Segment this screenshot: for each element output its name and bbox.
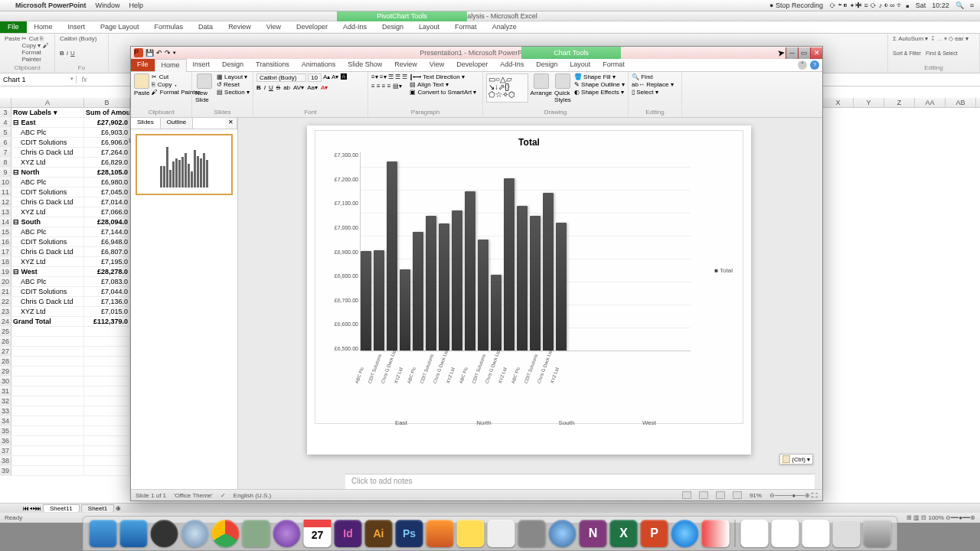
autosum-button[interactable]: Σ AutoSum ▾ (893, 35, 928, 42)
qat-redo-icon[interactable]: ↷ (165, 49, 171, 57)
chart-tools-tab[interactable]: Chart Tools (521, 47, 621, 59)
maximize-button[interactable]: ▭ (798, 47, 810, 59)
itunes-icon[interactable] (273, 520, 301, 547)
table-row[interactable]: 33 (0, 406, 130, 416)
pp-minimize-ribbon-icon[interactable]: ˅ (798, 60, 807, 70)
zoom-level[interactable]: 91% (750, 492, 762, 499)
chart-bar[interactable] (530, 216, 541, 350)
stickies-icon[interactable] (457, 520, 485, 547)
dashboard-icon[interactable] (151, 520, 178, 547)
name-box[interactable]: Chart 1 (0, 76, 77, 83)
onenote-icon[interactable]: N (580, 520, 607, 547)
shape-effects-button[interactable]: ◐ Shape Effects ▾ (574, 89, 625, 96)
table-row[interactable]: 31 (0, 386, 130, 396)
excel-tab-view[interactable]: View (259, 21, 289, 33)
qat-undo-icon[interactable]: ↶ (156, 49, 162, 57)
excel-cut-button[interactable]: ✂ Cut (21, 35, 38, 42)
pp-titlebar[interactable]: P 💾 ↶ ↷ ▾ Presentation1 - Microsoft Powe… (131, 47, 822, 59)
clear-button[interactable]: ◇ ear ▾ (949, 35, 969, 42)
chart-bar[interactable] (452, 210, 462, 350)
table-row[interactable]: 10ABC Plc£6,980.0 (0, 178, 130, 187)
chart-bar[interactable] (478, 240, 488, 350)
table-row[interactable]: 8XYZ Ltd£6,829.0 (0, 158, 130, 168)
pp-tab-view[interactable]: View (423, 59, 450, 71)
spellcheck-icon[interactable]: ✓ (220, 492, 226, 499)
stop-recording[interactable]: ● Stop Recording (769, 2, 823, 9)
photos-icon[interactable] (426, 520, 454, 547)
pp-tab-format[interactable]: Format (596, 59, 631, 71)
pp-tab-animations[interactable]: Animations (296, 59, 342, 71)
section-button[interactable]: ▤ Section ▾ (217, 89, 250, 96)
quick-styles-button[interactable]: Quick Styles (554, 73, 572, 103)
parallels-icon[interactable] (702, 520, 730, 547)
powerpoint-dock-icon[interactable]: P (641, 520, 668, 547)
pivotchart-tools-tab[interactable]: PivotChart Tools (337, 11, 467, 21)
new-sheet-button[interactable]: ⊕ (116, 505, 121, 512)
table-row[interactable]: 20ABC Plc£7,083.0 (0, 277, 130, 287)
table-row[interactable]: 32 (0, 396, 130, 406)
pp-tab-insert[interactable]: Insert (187, 59, 217, 71)
slide-edit-area[interactable]: Total £7,300.00£7,200.00£7,100.00£7,000.… (238, 118, 822, 489)
table-row[interactable]: 22Chris G Dack Ltd£7,136.0 (0, 297, 130, 307)
find-button[interactable]: 🔍 Find (632, 73, 653, 80)
excel-tab-developer[interactable]: Developer (289, 21, 335, 33)
excel-tab-analyze[interactable]: Analyze (485, 21, 524, 33)
table-row[interactable]: 15ABC Plc£7,144.0 (0, 227, 130, 237)
trash-icon[interactable] (864, 520, 891, 547)
clock-time[interactable]: 10:22 (932, 2, 949, 9)
chart-bar[interactable] (361, 251, 371, 350)
paste-options-button[interactable]: (Ctrl) ▾ (779, 454, 813, 465)
outline-tab[interactable]: Outline (161, 118, 193, 129)
shape-fill-button[interactable]: 🪣 Shape Fill ▾ (574, 73, 625, 80)
pp-font-size[interactable]: 10 (308, 73, 322, 82)
chart-bar[interactable] (374, 250, 384, 350)
calendar-icon[interactable]: 27 (304, 520, 332, 547)
dock-doc-3[interactable] (802, 520, 830, 547)
table-row[interactable]: 28 (0, 357, 130, 367)
excel-paste-button[interactable]: Paste (5, 35, 20, 63)
table-row[interactable]: 16CDIT Solutions£6,948.0 (0, 237, 130, 247)
align-text-button[interactable]: ▤ Align Text ▾ (410, 81, 476, 88)
illustrator-icon[interactable]: Ai (365, 520, 393, 547)
replace-button[interactable]: ab↔ Replace ▾ (632, 81, 674, 88)
minimize-button[interactable]: ─ (786, 47, 798, 59)
select-button[interactable]: ▯ Select ▾ (632, 89, 658, 96)
text-direction-button[interactable]: ‖⟷ Text Direction ▾ (410, 73, 476, 80)
layout-button[interactable]: ▦ Layout ▾ (217, 73, 250, 80)
dock-doc-2[interactable] (772, 520, 799, 547)
pp-tab-transitions[interactable]: Transitions (250, 59, 296, 71)
table-row[interactable]: 34 (0, 416, 130, 426)
spotlight-icon[interactable]: 🔍 (956, 2, 964, 9)
table-row[interactable]: 24Grand Total£112,379.0 (0, 317, 130, 327)
chart-bar[interactable] (504, 178, 514, 350)
excel-dock-icon[interactable]: X (610, 520, 638, 547)
shapes-gallery[interactable]: ▭○△▱↘↓⬀{}⬠☆✧⬡ (486, 73, 528, 103)
dock-doc-1[interactable] (741, 520, 769, 547)
table-row[interactable]: 26 (0, 337, 130, 347)
ie-icon[interactable] (671, 520, 699, 547)
table-row[interactable]: 19⊟ West£28,278.0 (0, 267, 130, 277)
select-all-corner[interactable] (0, 98, 11, 107)
evernote-icon[interactable] (243, 520, 270, 547)
sheet-tab-sheet11[interactable]: Sheet11 (43, 504, 80, 512)
table-row[interactable]: 9⊟ North£28,105.0 (0, 168, 130, 178)
table-row[interactable]: 35 (0, 426, 130, 436)
pp-tab-layout[interactable]: Layout (564, 59, 596, 71)
excel-tab-home[interactable]: Home (27, 21, 60, 33)
safari-icon[interactable] (181, 520, 209, 547)
pp-tab-developer[interactable]: Developer (450, 59, 494, 71)
excel-tab-format[interactable]: Format (447, 21, 485, 33)
find-select-button[interactable]: Find & Select (926, 50, 958, 57)
chart-bar[interactable] (426, 216, 436, 350)
excel-tab-layout[interactable]: Layout (411, 21, 447, 33)
pp-font-name[interactable]: Calibri (Body) (256, 73, 306, 82)
table-row[interactable]: 21CDIT Solutions£7,044.0 (0, 287, 130, 297)
shape-outline-button[interactable]: ✎ Shape Outline ▾ (574, 81, 625, 88)
reading-view-button[interactable] (716, 491, 725, 499)
col-a-header[interactable]: A (11, 98, 84, 107)
pp-tab-design[interactable]: Design (216, 59, 250, 71)
sorter-view-button[interactable] (699, 491, 708, 499)
pp-tab-design[interactable]: Design (530, 59, 564, 71)
textedit-icon[interactable] (488, 520, 515, 547)
zoom-slider[interactable]: ⊖────●──⊕ ⛶ (769, 492, 818, 499)
